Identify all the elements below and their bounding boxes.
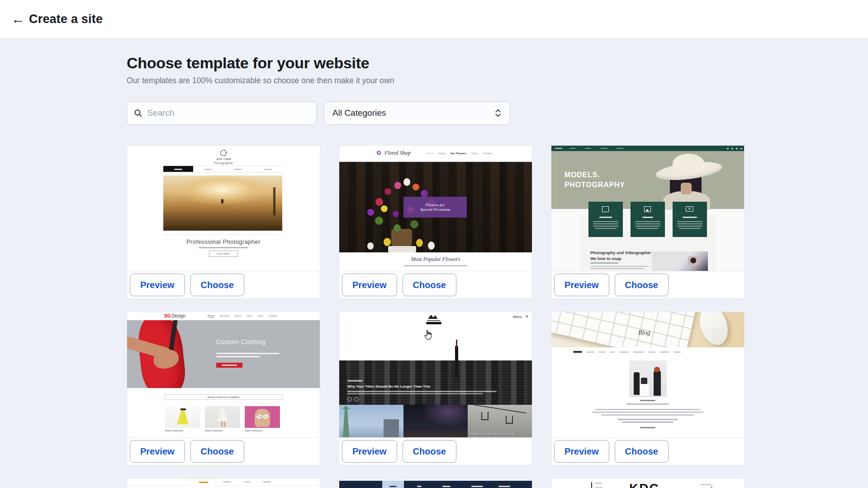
mini-hero-photo	[163, 175, 282, 231]
mini-sub-heading2: We love to snap	[590, 256, 621, 261]
camera-icon-lens	[688, 208, 691, 210]
choose-button[interactable]: Choose	[615, 440, 669, 463]
main-content: Choose template for your website Our tem…	[127, 38, 745, 488]
search-input[interactable]	[147, 108, 310, 118]
mini-thumb-statue	[339, 405, 403, 437]
mini-hero-city: Why Your Titles Should Be No Longer Than…	[339, 322, 532, 405]
template-preview-blog[interactable]: Blog	[551, 312, 744, 437]
card-actions: Preview Choose	[551, 271, 744, 298]
image-icon	[644, 206, 651, 212]
mini-nav-item	[253, 166, 282, 172]
mini-logo-name: John Clark	[127, 157, 320, 161]
hamburger-menu-icon: ≡	[526, 314, 528, 319]
mini-nav-item	[223, 166, 253, 172]
mini-nav-item: About	[235, 314, 241, 318]
preview-button[interactable]: Preview	[554, 440, 609, 463]
mini-tab-bar	[127, 479, 320, 486]
preview-button[interactable]: Preview	[342, 440, 397, 463]
template-card-floral: ✿ Floral Shop Home About Our Flowers Sto…	[339, 145, 532, 299]
flower-logo-icon: ✿	[376, 149, 381, 156]
mini-tower	[455, 346, 458, 378]
mini-title-line1: MODELS.	[564, 170, 625, 180]
mini-tulip	[428, 242, 435, 250]
mini-tile-photography	[673, 202, 707, 237]
mini-gallery-button: GALLERY	[209, 251, 238, 257]
mini-nav: Home About Our Flowers Store Contact	[426, 152, 528, 155]
template-preview-sg-design[interactable]: SG Design Home Services About Store Blog…	[127, 312, 320, 437]
mini-white-dress-shape	[217, 408, 228, 422]
section-heading: Choose template for your website	[127, 53, 745, 72]
mini-chair	[640, 384, 649, 396]
mini-nav-item: Contact	[268, 314, 277, 318]
template-card-sg-design: SG Design Home Services About Store Blog…	[127, 312, 320, 465]
search-box[interactable]	[127, 101, 317, 125]
mini-hero-heading: Custom Clothing	[216, 338, 266, 346]
card-actions: Preview Choose	[339, 271, 532, 298]
template-preview-partial-tabs[interactable]	[127, 479, 320, 488]
category-dropdown[interactable]: All Categories	[324, 101, 510, 125]
template-card-models: MODELS. PHOTOGRAPHY	[551, 145, 745, 299]
mini-caption: Dress Collection	[165, 429, 183, 432]
mini-photo-makeup	[652, 251, 708, 271]
template-preview-models[interactable]: MODELS. PHOTOGRAPHY	[551, 146, 744, 271]
choose-button[interactable]: Choose	[403, 440, 456, 463]
mini-leg	[224, 422, 225, 427]
mini-menu-label: Menu	[513, 315, 522, 319]
choose-button[interactable]: Choose	[403, 274, 456, 296]
page-title: Create a site	[29, 12, 103, 26]
mini-tulip	[384, 188, 391, 195]
mini-tulip	[381, 205, 388, 212]
mini-banner-line2: Special Occasions	[420, 207, 450, 212]
card-actions: Preview Choose	[127, 437, 320, 465]
aperture-icon	[220, 149, 227, 156]
preview-button[interactable]: Preview	[130, 440, 185, 463]
preview-button[interactable]: Preview	[130, 274, 185, 296]
mini-hero-floral: Flowers for Special Occasions	[339, 162, 532, 252]
mini-nav-item: Our Flowers	[451, 152, 466, 155]
mini-thumb-caption: Welcome to Our Blog Feature - First New …	[470, 432, 513, 435]
mini-kdc-brand: KDC	[629, 481, 659, 488]
mini-navy-navbar	[339, 481, 532, 488]
mini-banner-line1: Flowers for	[426, 203, 445, 207]
template-row-3: KDC	[127, 478, 745, 488]
mini-nav-item: About	[438, 152, 446, 155]
category-selected-value: All Categories	[332, 108, 386, 118]
camera-icon	[686, 206, 693, 212]
template-preview-floral[interactable]: ✿ Floral Shop Home About Our Flowers Sto…	[339, 146, 532, 271]
mini-nav: Home Services About Store Blog Contact	[208, 314, 277, 318]
template-preview-partial-kdc[interactable]: KDC	[551, 479, 744, 488]
mini-tulip	[421, 190, 428, 197]
preview-button[interactable]: Preview	[342, 274, 397, 296]
mini-hero-heading: Why Your Titles Should Be No Longer Than…	[347, 384, 431, 389]
choose-button[interactable]: Choose	[190, 274, 244, 296]
mini-lift-chair	[481, 412, 489, 420]
mini-brand: Floral Shop	[384, 150, 411, 156]
choose-button[interactable]: Choose	[190, 440, 244, 463]
search-icon	[133, 108, 142, 118]
mini-strip: Spring Collection Available	[164, 394, 283, 400]
mini-logo-role: Photographer	[127, 161, 320, 165]
template-card-blog: Blog	[551, 312, 745, 465]
mini-prev-circle	[347, 397, 352, 402]
back-button[interactable]: ←	[9, 12, 27, 26]
mini-partial-stroke	[710, 486, 712, 488]
hand-cursor-icon	[423, 329, 432, 340]
chevron-up-down-icon	[494, 108, 502, 118]
card-actions: Preview Choose	[339, 437, 532, 465]
mini-yellow-dress-shape	[176, 410, 190, 424]
card-actions: Preview Choose	[551, 437, 744, 465]
template-preview-partial-navy[interactable]	[339, 479, 532, 488]
choose-button[interactable]: Choose	[615, 274, 669, 296]
template-preview-travel[interactable]: Menu ≡ Why Your Titles Should Be No Long…	[339, 312, 532, 437]
template-card-partial-tabs	[127, 478, 320, 488]
mountains-icon	[427, 314, 440, 319]
app-header: ← Create a site	[0, 0, 868, 38]
mini-vase-cloth	[388, 246, 416, 252]
mini-bikini-cup	[263, 414, 268, 419]
section-subtitle: Our templates are 100% customizable so c…	[127, 75, 745, 86]
preview-button[interactable]: Preview	[554, 274, 609, 296]
mini-model-face	[681, 183, 692, 194]
mini-header: ✿ Floral Shop Home About Our Flowers Sto…	[339, 146, 532, 162]
card-actions: Preview Choose	[127, 271, 320, 298]
template-preview-photographer[interactable]: John Clark Photographer Professional Pho…	[127, 146, 320, 271]
